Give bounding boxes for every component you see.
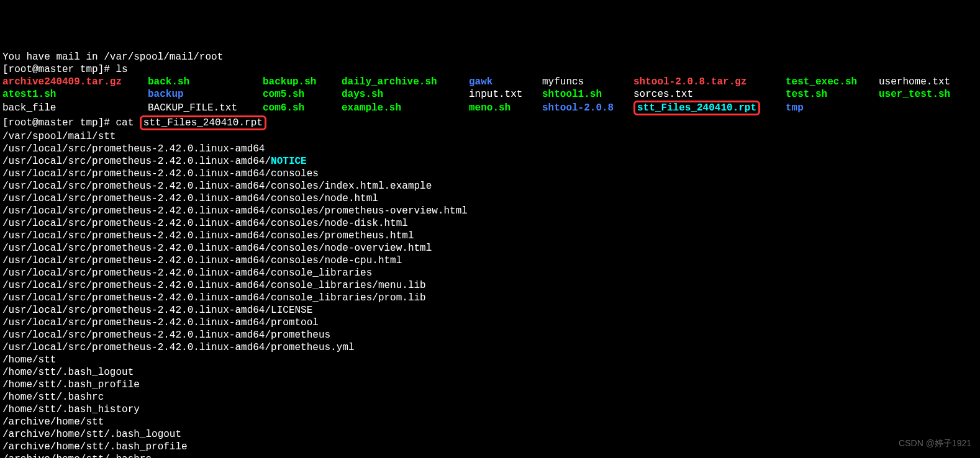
cat-output-line: /home/stt/.bashrc (2, 391, 978, 403)
cat-output-line: /home/stt (2, 354, 978, 366)
ls-item: back.sh (148, 76, 263, 88)
cat-output-line: /usr/local/src/prometheus-2.42.0.linux-a… (2, 168, 978, 180)
ls-item: com6.sh (263, 102, 342, 114)
ls-item: days.sh (342, 88, 469, 101)
prompt-cat: [root@master tmp]# cat stt_Files_240410.… (2, 115, 978, 130)
ls-item: backup (148, 88, 263, 101)
watermark: CSDN @婷子1921 (899, 437, 971, 449)
ls-row: archive240409.tar.gzback.shbackup.shdail… (2, 76, 978, 88)
ls-item: userhome.txt (879, 76, 950, 88)
cat-output-line: /usr/local/src/prometheus-2.42.0.linux-a… (2, 242, 978, 254)
ls-item: back_file (2, 102, 148, 114)
ls-item: shtool-2.0.8.tar.gz (633, 76, 786, 88)
ls-item: example.sh (342, 102, 469, 114)
cat-output-line: /archive/home/stt (2, 416, 978, 428)
cat-output-line: /usr/local/src/prometheus-2.42.0.linux-a… (2, 230, 978, 242)
cat-output-line: /usr/local/src/prometheus-2.42.0.linux-a… (2, 217, 978, 230)
ls-item: shtool1.sh (542, 88, 633, 101)
prompt-ls: [root@master tmp]# ls (2, 63, 978, 76)
ls-item: test.sh (786, 88, 879, 101)
ls-item: daily_archive.sh (342, 76, 469, 88)
cat-output-line: /usr/local/src/prometheus-2.42.0.linux-a… (2, 192, 978, 205)
ls-item: atest1.sh (2, 88, 148, 101)
cat-output-line: /usr/local/src/prometheus-2.42.0.linux-a… (2, 341, 978, 354)
cat-output-line: /usr/local/src/prometheus-2.42.0.linux-a… (2, 254, 978, 267)
cat-output-line: /home/stt/.bash_profile (2, 379, 978, 391)
ls-item: myfuncs (542, 76, 633, 88)
cat-output-line: /usr/local/src/prometheus-2.42.0.linux-a… (2, 292, 978, 304)
cat-output-line: /var/spool/mail/stt (2, 130, 978, 143)
cat-output-line: /home/stt/.bash_history (2, 403, 978, 416)
cat-output-line: /archive/home/stt/.bash_logout (2, 428, 978, 441)
ls-item: shtool-2.0.8 (542, 102, 633, 114)
ls-item: backup.sh (263, 76, 342, 88)
ls-item: input.txt (469, 88, 542, 101)
cat-output-line: /usr/local/src/prometheus-2.42.0.linux-a… (2, 329, 978, 341)
ls-item: archive240409.tar.gz (2, 76, 148, 88)
cat-output-line: /usr/local/src/prometheus-2.42.0.linux-a… (2, 143, 978, 155)
mail-notice: You have mail in /var/spool/mail/root (2, 51, 978, 63)
ls-item: gawk (469, 76, 542, 88)
cat-output-line: /usr/local/src/prometheus-2.42.0.linux-a… (2, 317, 978, 329)
cat-output-line: /home/stt/.bash_logout (2, 366, 978, 379)
ls-item: user_test.sh (879, 88, 950, 101)
ls-item: meno.sh (469, 102, 542, 114)
cat-output-line: /archive/home/stt/.bash_profile (2, 441, 978, 453)
cat-output-line: /usr/local/src/prometheus-2.42.0.linux-a… (2, 279, 978, 292)
cat-output-line: /archive/home/stt/.bashrc (2, 453, 978, 458)
ls-item: com5.sh (263, 88, 342, 101)
cat-output-line: /usr/local/src/prometheus-2.42.0.linux-a… (2, 304, 978, 317)
ls-row: atest1.shbackupcom5.shdays.shinput.txtsh… (2, 88, 978, 101)
highlighted-file-ls: stt_Files_240410.rpt (633, 101, 760, 115)
cat-output-line: /usr/local/src/prometheus-2.42.0.linux-a… (2, 267, 978, 279)
highlighted-file-cmd: stt_Files_240410.rpt (140, 115, 266, 130)
ls-item: tmp (786, 102, 879, 114)
cat-output-line: /usr/local/src/prometheus-2.42.0.linux-a… (2, 155, 978, 168)
ls-row: back_fileBACKUP_FILE.txtcom6.shexample.s… (2, 101, 978, 115)
ls-item: sorces.txt (633, 88, 786, 101)
cat-output-line: /usr/local/src/prometheus-2.42.0.linux-a… (2, 180, 978, 192)
ls-item: BACKUP_FILE.txt (148, 102, 263, 114)
ls-item: test_exec.sh (786, 76, 879, 88)
cat-output-line: /usr/local/src/prometheus-2.42.0.linux-a… (2, 205, 978, 217)
terminal-output[interactable]: You have mail in /var/spool/mail/root[ro… (2, 51, 978, 458)
